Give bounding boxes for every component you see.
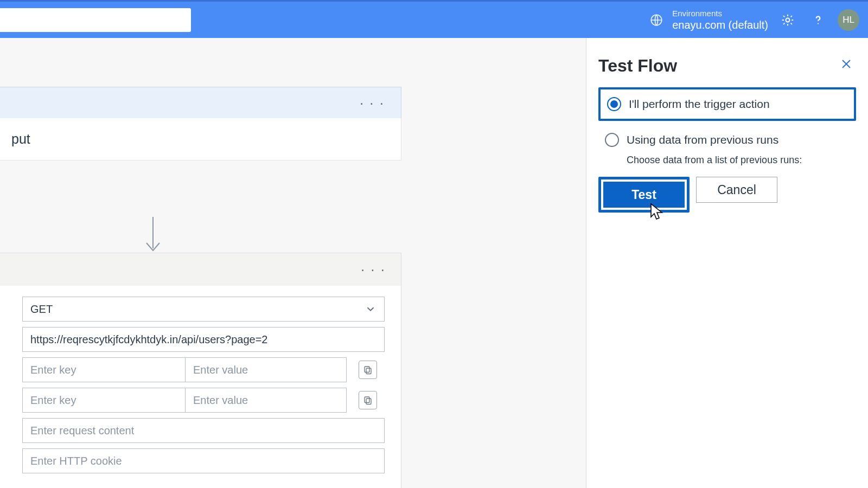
http-body-field[interactable] bbox=[22, 418, 385, 443]
trigger-output-label: put bbox=[11, 131, 30, 146]
help-button[interactable] bbox=[803, 5, 833, 35]
radio-previous-runs-sub: Choose data from a list of previous runs… bbox=[598, 155, 856, 171]
http-card: · · · GET bbox=[0, 253, 401, 488]
svg-rect-7 bbox=[366, 399, 371, 404]
cancel-button[interactable]: Cancel bbox=[696, 177, 777, 203]
svg-rect-5 bbox=[366, 368, 371, 374]
http-cookie-input[interactable] bbox=[30, 449, 376, 473]
radio-perform-trigger-label: I'll perform the trigger action bbox=[629, 98, 770, 111]
trigger-card[interactable]: trigger a flow · · · bbox=[0, 87, 401, 120]
radio-perform-trigger[interactable]: I'll perform the trigger action bbox=[601, 89, 854, 119]
http-menu-button[interactable]: · · · bbox=[358, 261, 389, 278]
token-icon bbox=[363, 395, 373, 405]
environment-picker[interactable]: Environments enayu.com (default) bbox=[649, 9, 768, 31]
dynamic-content-button-1[interactable] bbox=[359, 361, 377, 379]
environment-icon bbox=[649, 13, 663, 27]
trigger-menu-button[interactable]: · · · bbox=[356, 95, 388, 112]
header-value-input-1[interactable] bbox=[193, 358, 339, 382]
flow-canvas: trigger a flow · · · put · · · GET bbox=[0, 38, 586, 488]
help-icon bbox=[811, 13, 825, 27]
header-key-input-1[interactable] bbox=[30, 358, 177, 382]
svg-point-2 bbox=[818, 23, 819, 24]
header-value-input-2[interactable] bbox=[193, 388, 339, 412]
close-panel-button[interactable] bbox=[837, 54, 856, 78]
environment-label: Environments bbox=[672, 9, 768, 18]
radio-previous-runs-label: Using data from previous runs bbox=[627, 133, 778, 146]
radio-icon bbox=[607, 97, 621, 111]
svg-point-1 bbox=[786, 18, 790, 22]
http-url-field[interactable] bbox=[22, 327, 385, 352]
http-cookie-field[interactable] bbox=[22, 448, 385, 473]
trigger-body: put bbox=[0, 118, 401, 160]
search-input[interactable] bbox=[0, 8, 191, 32]
token-icon bbox=[363, 365, 373, 375]
http-url-input[interactable] bbox=[30, 328, 376, 351]
radio-previous-runs[interactable]: Using data from previous runs bbox=[598, 125, 856, 155]
http-method-select[interactable]: GET bbox=[22, 297, 385, 322]
app-header: Environments enayu.com (default) HL bbox=[0, 0, 868, 38]
test-button[interactable]: Test bbox=[603, 182, 685, 208]
http-method-value: GET bbox=[30, 303, 53, 316]
radio-icon bbox=[605, 133, 619, 147]
avatar[interactable]: HL bbox=[838, 9, 859, 31]
http-body-input[interactable] bbox=[30, 419, 376, 442]
connector-arrow-icon bbox=[142, 217, 164, 255]
close-icon bbox=[840, 57, 853, 70]
svg-rect-6 bbox=[365, 397, 369, 403]
chevron-down-icon bbox=[365, 303, 376, 315]
header-key-input-2[interactable] bbox=[30, 388, 177, 412]
settings-button[interactable] bbox=[773, 5, 803, 35]
panel-title: Test Flow bbox=[598, 56, 677, 76]
gear-icon bbox=[781, 13, 795, 27]
test-flow-panel: Test Flow I'll perform the trigger actio… bbox=[586, 38, 868, 488]
dynamic-content-button-2[interactable] bbox=[359, 391, 377, 409]
environment-name: enayu.com (default) bbox=[672, 18, 768, 31]
svg-rect-4 bbox=[365, 367, 369, 373]
http-card-header[interactable]: · · · bbox=[0, 253, 401, 286]
